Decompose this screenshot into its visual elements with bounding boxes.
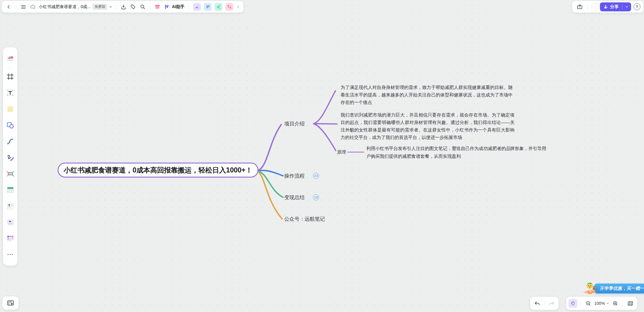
frame-icon[interactable] (5, 72, 15, 82)
promo-banner[interactable]: 开学季优惠，买一赠一 (582, 281, 644, 296)
chevron-down-icon[interactable] (108, 2, 113, 11)
share-person-icon (604, 4, 608, 9)
redo-button[interactable] (547, 299, 556, 308)
ai-logo-icon (164, 4, 170, 10)
promo-mascot-icon (582, 281, 599, 296)
branch-steps (258, 170, 283, 176)
mindmap-node-intro-para1[interactable]: 为了满足现代人对自身身材管理的需求，致力于帮助减肥人群实现健康减重的目标。随着生… (341, 84, 513, 106)
menu-button[interactable] (19, 2, 28, 11)
mindmap-branches (0, 0, 644, 312)
divider (189, 4, 189, 10)
zoom-level-selector[interactable]: 100% (594, 301, 610, 306)
flowchart-tool-icon[interactable] (225, 3, 233, 11)
back-button[interactable] (4, 2, 13, 11)
hand-tool-button[interactable] (568, 299, 577, 308)
pen-icon[interactable] (5, 152, 15, 163)
search-button[interactable] (138, 2, 147, 11)
share-button[interactable]: 分享 (600, 2, 631, 11)
divider (16, 4, 16, 10)
collapsed-count-badge-summary[interactable]: 18 (313, 194, 319, 200)
board-title[interactable]: 小红书减肥食谱赛道，0成... (39, 4, 91, 10)
zoom-level-value: 100% (594, 301, 605, 306)
sticky-note-icon[interactable] (5, 104, 15, 114)
mindmap-node-steps[interactable]: 操作流程 (284, 172, 305, 179)
divider (150, 4, 150, 10)
tag-button[interactable] (129, 2, 138, 11)
shapes-icon[interactable] (5, 120, 15, 130)
branch-account (258, 172, 282, 219)
tools-sidebar (3, 47, 17, 266)
zoom-in-button[interactable] (611, 299, 620, 308)
divider (623, 300, 623, 306)
connector-icon[interactable] (5, 136, 15, 146)
avatar[interactable] (591, 3, 599, 11)
whiteboard-canvas[interactable]: 小红书减肥食谱赛道，0成本高回报靠搬运，轻松日入1000+！ 项目介绍 为了满足… (0, 0, 644, 312)
more-tools-icon[interactable] (5, 249, 15, 260)
mindmap-node-intro[interactable]: 项目介绍 (284, 120, 305, 127)
import-button[interactable] (119, 2, 128, 11)
branch-summary (258, 171, 283, 197)
workspace-button[interactable] (575, 2, 584, 11)
document-icon[interactable] (5, 201, 15, 211)
templates-icon[interactable] (5, 54, 15, 64)
collapsed-count-badge-steps[interactable]: 33 (313, 173, 319, 179)
history-controls (530, 297, 559, 310)
branch-intro-to-principle (314, 124, 336, 151)
cloud-sync-icon (28, 2, 37, 11)
share-dropdown-button[interactable] (622, 2, 631, 11)
mindmap-root-node[interactable]: 小红书减肥食谱赛道，0成本高回报靠搬运，轻松日入1000+！ (58, 163, 258, 178)
ai-assistant-button[interactable]: AI助手 (162, 2, 186, 11)
divider (116, 4, 116, 10)
presentation-tool-icon[interactable]: P (204, 3, 212, 11)
zoom-out-button[interactable] (584, 299, 593, 308)
text-icon[interactable] (5, 88, 15, 98)
mindmap-node-principle-text[interactable]: 利用小红书平台发布引人注目的图文笔记，塑造自己作为成功减肥者的品牌形象，并引导用… (366, 145, 546, 160)
kanban-icon[interactable] (5, 233, 15, 243)
collapse-toolbar-button[interactable] (235, 2, 241, 11)
minimap-button[interactable] (626, 299, 635, 308)
help-button[interactable]: ? (634, 3, 640, 10)
mindmap-node-principle[interactable]: 原理 (337, 149, 346, 155)
mindmap-node-intro-para2[interactable]: 我们意识到减肥市场的潜力巨大，并且相信只要存在需求，就会存在市场。为了确定项目的… (341, 111, 514, 141)
divider (580, 300, 581, 306)
view-controls: 100% (566, 297, 637, 310)
mindmap-node-summary[interactable]: 变现总结 (284, 194, 305, 201)
share-label: 分享 (610, 4, 619, 10)
branch-intro (258, 125, 281, 170)
mindmap-node-account[interactable]: 公众号：远航笔记 (284, 216, 325, 222)
share-nodes-tool-icon[interactable] (215, 3, 222, 11)
promo-banner-body[interactable]: 开学季优惠，买一赠一 (595, 284, 644, 293)
branch-intro-to-para1 (314, 91, 335, 124)
plan-badge[interactable]: 免费版 (92, 4, 107, 10)
promo-text: 开学季优惠，买一赠一 (600, 286, 644, 291)
card-note-icon[interactable] (5, 217, 15, 227)
undo-button[interactable] (532, 299, 541, 308)
image-tool-icon[interactable] (193, 3, 201, 11)
branch-intro-to-para2 (314, 124, 337, 124)
ai-assistant-label: AI助手 (172, 4, 184, 10)
divider (587, 4, 588, 10)
divider (6, 68, 14, 68)
frames-navigator-button[interactable] (2, 296, 19, 310)
divider (544, 300, 544, 306)
main-toolbar: 小红书减肥食谱赛道，0成... 免费版 A (2, 1, 243, 13)
chevron-down-icon (606, 302, 609, 305)
calendar-button[interactable] (153, 2, 162, 11)
account-toolbar: 分享 ? (572, 1, 643, 13)
table-icon[interactable] (5, 185, 15, 195)
mindmap-icon[interactable] (5, 169, 15, 179)
